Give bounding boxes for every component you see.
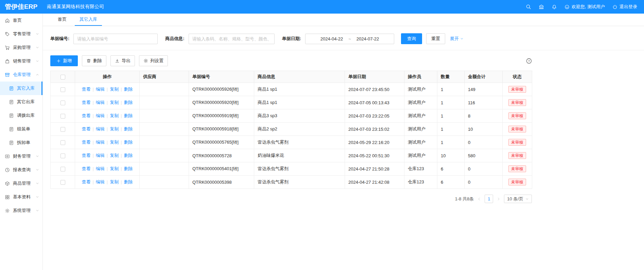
sidebar-subitem-other-out[interactable]: 其它出库 [0, 95, 42, 109]
delete-button[interactable]: 删除 [82, 55, 106, 66]
next-page-button[interactable] [497, 197, 501, 201]
bell-icon[interactable] [552, 4, 557, 10]
row-action-edit[interactable]: 编辑 [96, 166, 105, 171]
row-action-view[interactable]: 查看 [82, 166, 90, 171]
row-action-edit[interactable]: 编辑 [96, 87, 105, 92]
logout-button[interactable]: 退出登录 [612, 4, 637, 10]
page-number[interactable]: 1 [485, 195, 493, 203]
select-all-checkbox[interactable] [60, 75, 65, 79]
date-cell: 2024-04-27 21:50:28 [345, 162, 404, 176]
date-end[interactable]: 2024-07-22 [356, 36, 379, 41]
row-action-copy[interactable]: 复制 [110, 100, 119, 105]
row-action-copy[interactable]: 复制 [110, 87, 119, 92]
row-action-view[interactable]: 查看 [82, 126, 90, 131]
column-settings-button[interactable]: 列设置 [139, 55, 168, 66]
gear-icon [143, 58, 148, 63]
tab-other-in[interactable]: 其它入库 [75, 14, 102, 26]
sidebar-item-goods[interactable]: 商品管理 [0, 177, 42, 190]
row-checkbox[interactable] [60, 180, 65, 185]
row-action-delete[interactable]: 删除 [124, 126, 133, 131]
search-button[interactable]: 查询 [401, 33, 422, 44]
row-checkbox[interactable] [60, 87, 65, 92]
row-action-copy[interactable]: 复制 [110, 126, 119, 131]
status-badge: 未审核 [508, 139, 526, 146]
row-action-delete[interactable]: 删除 [124, 166, 133, 171]
row-action-delete[interactable]: 删除 [124, 113, 133, 118]
sidebar-subitem-transfer-out[interactable]: 调拨出库 [0, 109, 42, 122]
sidebar-item-purchase[interactable]: 采购管理 [0, 41, 42, 54]
row-action-edit[interactable]: 编辑 [96, 140, 105, 145]
sidebar-subitem-other-in[interactable]: 其它入库 [0, 82, 42, 95]
sidebar-item-report[interactable]: 报表查询 [0, 163, 42, 177]
row-action-delete[interactable]: 删除 [124, 179, 133, 184]
date-range-picker[interactable]: 2024-04-22 ~ 2024-07-22 [305, 34, 394, 44]
goods-input[interactable] [189, 34, 275, 44]
action-separator: | [121, 100, 122, 105]
row-action-view[interactable]: 查看 [82, 179, 90, 184]
row-action-delete[interactable]: 删除 [124, 153, 133, 158]
row-action-edit[interactable]: 编辑 [96, 126, 105, 131]
sidebar-item-label: 基本资料 [13, 194, 36, 200]
sidebar-item-basic[interactable]: 基本资料 [0, 190, 42, 204]
sidebar-item-sales[interactable]: 销售管理 [0, 54, 42, 68]
sidebar-subitem-disassembly[interactable]: 拆卸单 [0, 136, 42, 149]
row-checkbox-cell [51, 149, 75, 162]
row-action-delete[interactable]: 删除 [124, 100, 133, 105]
sidebar-item-retail[interactable]: 零售管理 [0, 27, 42, 41]
reset-button[interactable]: 重置 [426, 33, 445, 44]
row-action-view[interactable]: 查看 [82, 140, 90, 145]
row-checkbox-cell [51, 96, 75, 109]
qty-cell: 1 [437, 136, 465, 149]
row-action-edit[interactable]: 编辑 [96, 100, 105, 105]
actions-cell: 查看|编辑|复制|删除 [75, 109, 140, 123]
bank-icon[interactable] [539, 4, 544, 10]
row-action-copy[interactable]: 复制 [110, 113, 119, 118]
row-action-view[interactable]: 查看 [82, 113, 90, 118]
records-table: 操作供应商单据编号商品信息单据日期操作员数量金额合计状态 查看|编辑|复制|删除… [50, 71, 532, 189]
date-start[interactable]: 2024-04-22 [320, 36, 343, 41]
row-action-delete[interactable]: 删除 [124, 140, 133, 145]
action-separator: | [107, 140, 108, 145]
row-checkbox[interactable] [60, 167, 65, 172]
help-icon[interactable]: ? [526, 58, 532, 64]
operator-cell: 测试用户 [404, 123, 437, 136]
row-action-copy[interactable]: 复制 [110, 153, 119, 158]
add-label: 新增 [63, 58, 72, 64]
operator-cell: 测试用户 [404, 96, 437, 109]
row-checkbox[interactable] [60, 140, 65, 145]
bill-no-input[interactable] [73, 34, 158, 44]
page-size-select[interactable]: 10 条/页 [504, 195, 532, 203]
row-action-view[interactable]: 查看 [82, 153, 90, 158]
search-icon[interactable] [526, 4, 531, 10]
row-checkbox[interactable] [60, 101, 65, 105]
row-action-edit[interactable]: 编辑 [96, 113, 105, 118]
tab-home[interactable]: 首页 [53, 14, 71, 26]
column-header: 单据编号 [189, 71, 254, 83]
sidebar-item-home[interactable]: 首页 [0, 14, 42, 27]
row-action-view[interactable]: 查看 [82, 100, 90, 105]
sidebar-item-finance[interactable]: 财务管理 [0, 149, 42, 163]
operator-cell: 测试用户 [404, 109, 437, 123]
prev-page-button[interactable] [477, 197, 481, 201]
welcome-user[interactable]: 欢迎您, 测试用户 [564, 4, 605, 10]
row-action-copy[interactable]: 复制 [110, 179, 119, 184]
row-action-edit[interactable]: 编辑 [96, 153, 105, 158]
sidebar-item-system[interactable]: 系统管理 [0, 204, 42, 217]
logout-icon [612, 4, 617, 10]
expand-link[interactable]: 展开 [450, 36, 464, 42]
sidebar-subitem-assembly[interactable]: 组装单 [0, 122, 42, 136]
row-checkbox[interactable] [60, 154, 65, 158]
row-action-delete[interactable]: 删除 [124, 87, 133, 92]
add-button[interactable]: 新增 [50, 55, 78, 66]
row-action-view[interactable]: 查看 [82, 87, 90, 92]
export-button[interactable]: 导出 [110, 55, 135, 66]
row-action-edit[interactable]: 编辑 [96, 179, 105, 184]
row-checkbox[interactable] [60, 127, 65, 132]
sidebar-item-warehouse[interactable]: 仓库管理 [0, 68, 42, 82]
goods-icon [5, 181, 10, 186]
row-action-copy[interactable]: 复制 [110, 166, 119, 171]
operator-cell: 测试用户 [404, 136, 437, 149]
date-separator: ~ [348, 36, 351, 41]
row-checkbox[interactable] [60, 114, 65, 119]
row-action-copy[interactable]: 复制 [110, 140, 119, 145]
